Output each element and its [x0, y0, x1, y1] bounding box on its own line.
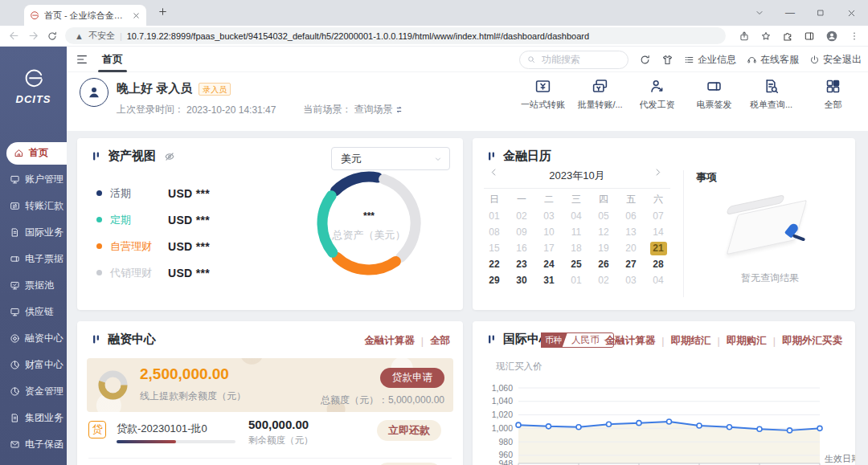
calendar-day[interactable]: 28: [653, 259, 663, 270]
sidebar-item-国际业务[interactable]: 国际业务: [0, 219, 67, 246]
reload-button[interactable]: [47, 31, 58, 42]
bookmark-star-icon[interactable]: [760, 31, 772, 42]
calendar-day[interactable]: 30: [516, 275, 526, 286]
calendar-day[interactable]: 04: [653, 275, 663, 286]
calendar-day[interactable]: 20: [625, 243, 636, 254]
calendar-day[interactable]: 05: [598, 210, 608, 222]
calendar-day[interactable]: 23: [516, 259, 526, 270]
quick-action-一站式转账[interactable]: 一站式转账: [514, 78, 571, 111]
international-link-即期购汇[interactable]: 即期购汇: [727, 334, 767, 348]
calendar-day[interactable]: 24: [543, 259, 554, 270]
url-bar[interactable]: ▲ 不安全 | 10.7.19.22:8999/fpaas_bucket/941…: [65, 27, 726, 44]
sidebar-item-财富中心[interactable]: 财富中心: [0, 352, 67, 378]
calendar-day[interactable]: 02: [516, 210, 526, 222]
calendar-day[interactable]: 22: [489, 259, 499, 270]
quick-action-电票签发[interactable]: 电票签发: [686, 78, 743, 111]
side-panel-icon[interactable]: [804, 31, 815, 42]
repay-now-button[interactable]: 立即还款: [377, 420, 441, 441]
calendar-day[interactable]: 18: [571, 243, 581, 254]
loan-apply-button[interactable]: 贷款申请: [380, 368, 444, 388]
calendar-day[interactable]: 03: [543, 210, 554, 222]
browser-tab[interactable]: 首页 - 企业综合金融服务平台: [24, 5, 146, 26]
calendar-day[interactable]: 11: [571, 226, 581, 238]
topbar-link-安全退出[interactable]: 安全退出: [809, 53, 862, 67]
calendar-day[interactable]: 29: [489, 275, 499, 286]
calendar-day[interactable]: 14: [653, 226, 663, 238]
calendar-day[interactable]: 06: [625, 210, 636, 222]
window-minimize-button[interactable]: —: [781, 7, 799, 18]
pie-icon: [10, 360, 20, 370]
calendar-day-today[interactable]: 21: [650, 242, 667, 255]
topbar-link-在线客服[interactable]: 在线客服: [747, 53, 799, 67]
sidebar-item-票据池[interactable]: 票据池: [0, 272, 67, 299]
topbar-link-企业信息[interactable]: 企业信息: [684, 53, 736, 67]
search-input[interactable]: [540, 53, 621, 66]
sidebar-item-首页[interactable]: 首页: [6, 142, 67, 165]
calendar-day[interactable]: 01: [489, 210, 499, 222]
calendar-day[interactable]: 27: [625, 259, 636, 270]
financing-link-金融计算器[interactable]: 金融计算器: [364, 334, 415, 348]
function-search[interactable]: [519, 51, 628, 69]
quick-action-税单查询...[interactable]: 税单查询...: [743, 78, 800, 111]
calendar-day[interactable]: 17: [543, 243, 554, 254]
hide-amounts-eye-icon[interactable]: [164, 151, 175, 162]
quick-action-全部[interactable]: 全部: [805, 78, 862, 111]
calendar-day[interactable]: 04: [571, 210, 581, 222]
extensions-icon[interactable]: [782, 31, 793, 42]
sidebar-item-集团业务[interactable]: 集团业务: [0, 405, 67, 431]
calendar-day[interactable]: 07: [653, 210, 663, 222]
sidebar-item-供应链[interactable]: 供应链: [0, 299, 67, 325]
collapse-menu-icon[interactable]: [76, 53, 88, 66]
quick-action-批量转账/...[interactable]: 批量转账/...: [571, 78, 628, 111]
sidebar-item-账户管理[interactable]: 账户管理: [0, 166, 67, 193]
browser-menu-icon[interactable]: [849, 31, 860, 42]
back-button[interactable]: [8, 30, 20, 42]
calendar-day[interactable]: 03: [625, 275, 636, 286]
calendar-day[interactable]: 19: [598, 243, 608, 254]
switch-scene-icon[interactable]: [395, 105, 403, 114]
calendar-next-icon[interactable]: [653, 167, 663, 177]
sidebar-item-电子保函[interactable]: 电子保函: [0, 431, 67, 458]
sidebar-item-资金管理[interactable]: 资金管理: [0, 378, 67, 405]
tab-close-icon[interactable]: [132, 11, 141, 20]
theme-skin-icon[interactable]: [661, 54, 674, 66]
financing-link-全部[interactable]: 全部: [430, 334, 450, 348]
user-avatar[interactable]: [80, 78, 108, 107]
calendar-day[interactable]: 13: [625, 226, 636, 238]
legend-row-活期[interactable]: 活期USD ***: [96, 180, 210, 206]
calendar-day[interactable]: 31: [543, 275, 554, 286]
window-menu-icon[interactable]: [751, 8, 768, 18]
international-link-即期结汇[interactable]: 即期结汇: [671, 334, 711, 348]
calendar-day[interactable]: 01: [571, 275, 581, 286]
sidebar-item-融资中心[interactable]: 融资中心: [0, 325, 67, 352]
calendar-day[interactable]: 02: [598, 275, 608, 286]
quick-action-代发工资[interactable]: 代发工资: [628, 78, 686, 111]
calendar-day[interactable]: 09: [516, 226, 526, 238]
calendar-day[interactable]: 08: [489, 226, 499, 238]
window-restore-button[interactable]: [812, 8, 829, 18]
sidebar-item-电子票据[interactable]: 电子票据: [0, 246, 67, 272]
legend-row-自营理财[interactable]: 自营理财USD ***: [96, 233, 210, 259]
browser-profile-avatar[interactable]: [825, 30, 838, 43]
quick-action-label: 一站式转账: [521, 99, 565, 111]
calendar-day[interactable]: 10: [543, 226, 554, 238]
share-icon[interactable]: [739, 31, 750, 42]
calendar-day[interactable]: 15: [489, 243, 499, 254]
sidebar-item-转账汇款[interactable]: 转账汇款: [0, 193, 67, 219]
calendar-day[interactable]: 12: [598, 226, 608, 238]
legend-row-代销理财[interactable]: 代销理财USD ***: [96, 259, 210, 286]
international-link-金融计算器[interactable]: 金融计算器: [605, 334, 656, 348]
forward-button[interactable]: [27, 30, 39, 42]
page-tab-home[interactable]: 首页: [102, 47, 123, 72]
calendar-prev-icon[interactable]: [489, 167, 499, 177]
calendar-day[interactable]: 26: [598, 259, 608, 270]
sidebar-item-label: 票据池: [25, 279, 54, 292]
new-tab-button[interactable]: [158, 6, 168, 17]
legend-row-定期[interactable]: 定期USD ***: [96, 206, 210, 233]
currency-type-select[interactable]: 币种 人民币: [541, 332, 614, 348]
window-close-button[interactable]: [842, 8, 860, 18]
international-link-即期外汇买卖[interactable]: 即期外汇买卖: [782, 334, 842, 348]
calendar-day[interactable]: 25: [571, 259, 581, 270]
refresh-icon[interactable]: [639, 54, 651, 66]
calendar-day[interactable]: 16: [516, 243, 526, 254]
